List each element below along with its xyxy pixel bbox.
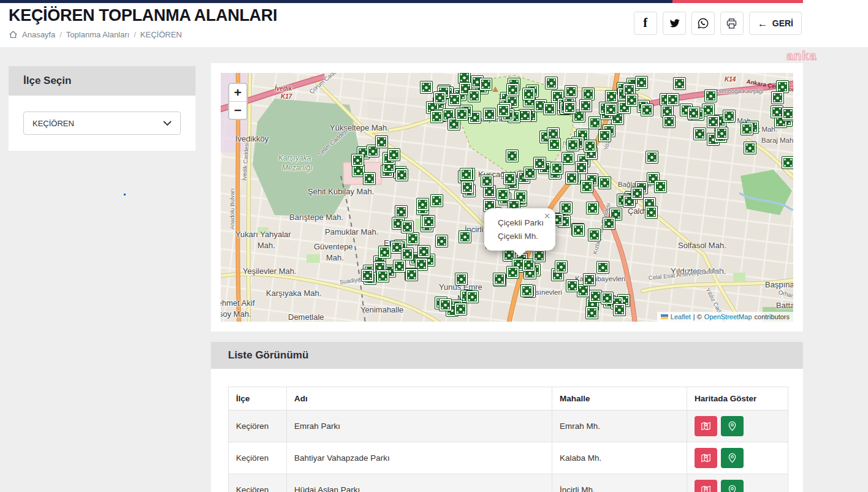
assembly-point-marker[interactable] <box>688 107 699 119</box>
leaflet-link[interactable]: Leaflet <box>671 313 691 320</box>
assembly-point-marker[interactable] <box>394 260 405 272</box>
assembly-point-marker[interactable] <box>436 235 447 247</box>
back-button[interactable]: ← GERİ <box>749 12 802 35</box>
assembly-point-marker[interactable] <box>459 73 470 83</box>
assembly-point-marker[interactable] <box>584 140 596 152</box>
assembly-point-marker[interactable] <box>573 224 584 236</box>
assembly-point-marker[interactable] <box>533 250 545 262</box>
zoom-out-button[interactable]: − <box>229 102 246 119</box>
facebook-share-button[interactable]: f <box>634 12 657 35</box>
assembly-point-marker[interactable] <box>395 206 407 218</box>
assembly-point-marker[interactable] <box>641 104 653 116</box>
assembly-point-marker[interactable] <box>549 138 560 150</box>
location-pin-button[interactable] <box>721 480 744 492</box>
assembly-point-marker[interactable] <box>580 100 592 112</box>
assembly-point-marker[interactable] <box>388 149 400 161</box>
assembly-point-marker[interactable] <box>782 157 793 168</box>
assembly-point-marker[interactable] <box>352 154 364 166</box>
assembly-point-marker[interactable] <box>646 151 658 163</box>
show-on-map-button[interactable] <box>695 448 717 468</box>
assembly-point-marker[interactable] <box>416 259 427 270</box>
assembly-point-marker[interactable] <box>590 290 601 302</box>
assembly-point-marker[interactable] <box>587 202 598 214</box>
assembly-point-marker[interactable] <box>655 181 666 192</box>
show-on-map-button[interactable] <box>695 480 717 492</box>
assembly-point-marker[interactable] <box>588 229 600 241</box>
assembly-point-marker[interactable] <box>468 90 480 102</box>
assembly-point-marker[interactable] <box>493 273 505 285</box>
assembly-point-marker[interactable] <box>434 92 446 104</box>
assembly-point-marker[interactable] <box>546 77 557 89</box>
assembly-point-marker[interactable] <box>564 102 576 113</box>
assembly-point-marker[interactable] <box>504 173 516 184</box>
assembly-point-marker[interactable] <box>597 262 609 273</box>
whatsapp-share-button[interactable] <box>691 12 715 35</box>
show-on-map-button[interactable] <box>695 416 717 436</box>
assembly-point-marker[interactable] <box>407 233 419 244</box>
assembly-point-marker[interactable] <box>507 84 519 96</box>
assembly-point-marker[interactable] <box>484 108 495 120</box>
assembly-point-marker[interactable] <box>582 88 594 100</box>
assembly-point-marker[interactable] <box>614 304 625 316</box>
assembly-point-marker[interactable] <box>431 111 443 123</box>
assembly-point-marker[interactable] <box>449 94 460 105</box>
assembly-point-marker[interactable] <box>396 169 408 181</box>
assembly-point-marker[interactable] <box>603 218 615 229</box>
print-button[interactable] <box>720 12 744 35</box>
stray-link-dot[interactable] <box>124 194 126 195</box>
assembly-point-marker[interactable] <box>364 173 375 184</box>
assembly-point-marker[interactable] <box>581 181 593 192</box>
assembly-point-marker[interactable] <box>631 187 643 199</box>
assembly-point-marker[interactable] <box>507 267 519 278</box>
assembly-point-marker[interactable] <box>421 81 432 93</box>
osm-link[interactable]: OpenStreetMap <box>704 313 752 320</box>
assembly-point-marker[interactable] <box>418 246 430 257</box>
assembly-point-marker[interactable] <box>460 168 472 180</box>
assembly-point-marker[interactable] <box>555 261 567 273</box>
assembly-point-marker[interactable] <box>586 307 598 319</box>
assembly-point-marker[interactable] <box>566 172 577 184</box>
assembly-point-marker[interactable] <box>519 110 531 121</box>
assembly-point-marker[interactable] <box>667 94 679 105</box>
assembly-point-marker[interactable] <box>406 269 417 281</box>
assembly-point-marker[interactable] <box>744 142 756 154</box>
assembly-point-marker[interactable] <box>379 246 390 258</box>
assembly-point-marker[interactable] <box>431 195 443 206</box>
assembly-point-marker[interactable] <box>605 104 617 115</box>
assembly-point-marker[interactable] <box>782 108 793 119</box>
assembly-point-marker[interactable] <box>567 139 579 151</box>
assembly-point-marker[interactable] <box>663 116 675 127</box>
assembly-point-marker[interactable] <box>459 231 471 243</box>
assembly-point-marker[interactable] <box>705 90 717 102</box>
assembly-point-marker[interactable] <box>636 77 647 88</box>
assembly-point-marker[interactable] <box>741 123 753 135</box>
assembly-point-marker[interactable] <box>702 104 714 116</box>
assembly-point-marker[interactable] <box>716 127 728 139</box>
assembly-point-marker[interactable] <box>772 92 783 104</box>
assembly-point-marker[interactable] <box>455 303 466 315</box>
assembly-point-marker[interactable] <box>362 270 373 281</box>
assembly-point-marker[interactable] <box>565 86 577 97</box>
assembly-point-marker[interactable] <box>566 280 578 292</box>
assembly-point-marker[interactable] <box>521 285 533 297</box>
assembly-point-marker[interactable] <box>544 103 555 115</box>
assembly-point-marker[interactable] <box>584 274 595 286</box>
assembly-point-marker[interactable] <box>606 91 617 102</box>
assembly-point-marker[interactable] <box>674 78 685 89</box>
assembly-point-marker[interactable] <box>480 78 492 90</box>
assembly-point-marker[interactable] <box>626 94 638 106</box>
assembly-point-marker[interactable] <box>402 248 413 260</box>
assembly-point-marker[interactable] <box>534 157 546 169</box>
assembly-point-marker[interactable] <box>352 165 364 176</box>
assembly-point-marker[interactable] <box>551 162 563 174</box>
assembly-point-marker[interactable] <box>506 150 518 162</box>
assembly-point-marker[interactable] <box>599 130 611 142</box>
assembly-point-marker[interactable] <box>577 285 589 297</box>
assembly-point-marker[interactable] <box>562 153 574 164</box>
assembly-point-marker[interactable] <box>599 177 611 189</box>
assembly-point-marker[interactable] <box>777 81 788 93</box>
location-pin-button[interactable] <box>721 448 744 468</box>
breadcrumb-home[interactable]: Anasayfa <box>22 30 55 39</box>
assembly-point-marker[interactable] <box>498 105 509 116</box>
assembly-point-marker[interactable] <box>560 202 572 214</box>
